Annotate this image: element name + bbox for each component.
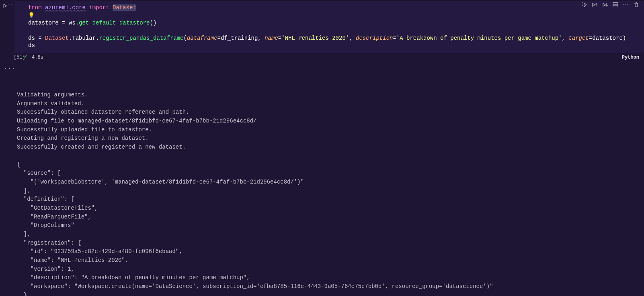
code-token: from — [28, 4, 42, 11]
code-token: =datastore — [589, 35, 623, 41]
more-icon — [623, 2, 629, 8]
code-token: Dataset — [45, 35, 69, 41]
code-token: ( — [184, 35, 187, 41]
svg-marker-3 — [603, 3, 605, 6]
cell-toolbar — [579, 0, 642, 9]
more-actions-button[interactable] — [621, 0, 631, 9]
code-token: . — [69, 35, 72, 41]
code-token: 'A breakdown of penalty minutes per game… — [396, 35, 562, 41]
svg-point-9 — [628, 4, 628, 5]
code-token: get_default_datastore — [79, 20, 150, 26]
cell-output: ··· Validating arguments. Arguments vali… — [0, 65, 644, 296]
code-token: () — [150, 20, 157, 26]
execute-below-button[interactable] — [600, 0, 610, 9]
cell-status-bar: [51] 4.8s Python — [14, 53, 644, 62]
code-token: =df_training, — [217, 35, 265, 41]
svg-marker-1 — [593, 3, 595, 6]
svg-point-8 — [626, 4, 626, 5]
code-token: ) — [623, 35, 626, 41]
code-token: = — [278, 35, 281, 41]
code-token: = — [59, 20, 69, 26]
trash-icon — [633, 2, 640, 8]
svg-marker-0 — [584, 3, 587, 7]
code-token: 'NHL-Penalties-2020' — [281, 35, 349, 41]
code-token: azureml.core — [45, 4, 86, 11]
svg-rect-5 — [613, 3, 618, 5]
code-token: import — [89, 4, 109, 11]
svg-point-7 — [623, 4, 624, 5]
code-token: ws — [69, 20, 76, 26]
code-token: ds — [28, 35, 35, 41]
language-indicator[interactable]: Python — [622, 54, 641, 61]
run-by-line-icon — [581, 2, 587, 8]
output-text: Validating arguments. Arguments validate… — [17, 91, 644, 296]
code-token: = — [393, 35, 396, 41]
execution-time: 4.8s — [32, 54, 43, 61]
execute-above-icon — [591, 2, 598, 8]
svg-marker-10 — [4, 4, 6, 7]
code-token: datastore — [28, 20, 59, 26]
chevron-down-icon: ﹀ — [8, 3, 12, 9]
code-token: name — [265, 35, 278, 41]
code-token: , — [562, 35, 569, 41]
code-token: target — [568, 35, 589, 41]
delete-cell-button[interactable] — [631, 0, 642, 9]
code-token: , — [349, 35, 356, 41]
code-token: ds — [28, 42, 35, 49]
svg-rect-6 — [613, 5, 618, 7]
code-token: register_pandas_dataframe — [99, 35, 183, 41]
play-icon — [2, 3, 8, 8]
code-token: dataframe — [187, 35, 217, 41]
code-token: Tabular — [72, 35, 96, 41]
code-cell: ﹀ from azureml.core import Dataset 💡 dat… — [0, 1, 644, 62]
lightbulb-icon[interactable]: 💡 — [28, 12, 35, 19]
code-token: = — [35, 35, 45, 41]
code-editor[interactable]: from azureml.core import Dataset 💡 datas… — [14, 1, 644, 53]
execution-count: [51] — [14, 54, 28, 61]
run-cell-button[interactable]: ﹀ — [2, 3, 13, 9]
code-token: description — [356, 35, 393, 41]
execute-below-icon — [602, 2, 608, 8]
split-cell-button[interactable] — [610, 0, 621, 9]
execute-above-button[interactable] — [589, 0, 600, 9]
collapse-output-button[interactable]: ··· — [4, 65, 15, 73]
code-token-selected: Dataset — [113, 4, 136, 11]
code-token: . — [76, 20, 79, 26]
split-cell-icon — [612, 2, 619, 8]
run-by-line-button[interactable] — [579, 0, 589, 9]
